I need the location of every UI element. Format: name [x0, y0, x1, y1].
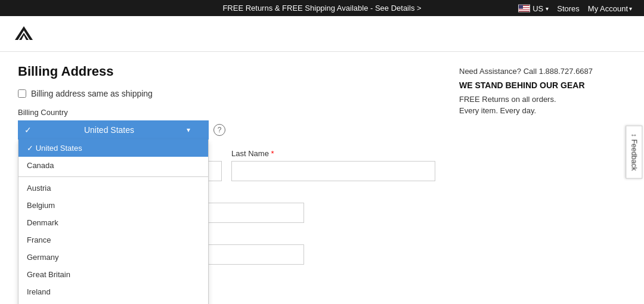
dropdown-item-france[interactable]: France	[18, 231, 208, 249]
region-label: US	[532, 4, 543, 13]
right-column: Need Assistance? Call 1.888.727.6687 WE …	[459, 64, 626, 304]
feedback-tab[interactable]: ↕ Feedback	[626, 126, 643, 179]
same-as-shipping-checkbox[interactable]	[18, 89, 26, 98]
dropdown-item-ireland[interactable]: Ireland	[18, 283, 208, 300]
help-icon[interactable]: ?	[213, 124, 225, 136]
account-label: My Account	[588, 4, 628, 13]
dropdown-item-belgium[interactable]: Belgium	[18, 197, 208, 214]
left-column: Billing Address Billing address same as …	[18, 64, 435, 304]
stand-behind-text: WE STAND BEHIND OUR GEAR	[459, 80, 626, 90]
dropdown-item-denmark[interactable]: Denmark	[18, 214, 208, 231]
dropdown-item-great-britain[interactable]: Great Britain	[18, 266, 208, 283]
feedback-label: Feedback	[630, 139, 639, 171]
section-title: Billing Address	[18, 64, 435, 79]
account-chevron-icon: ▾	[629, 5, 632, 11]
last-name-input[interactable]	[231, 161, 435, 181]
last-name-required: *	[271, 149, 274, 158]
select-chevron-icon: ▾	[187, 126, 190, 134]
dropdown-item-germany[interactable]: Germany	[18, 249, 208, 266]
selected-country-label: United States	[84, 125, 134, 135]
logo[interactable]	[12, 23, 36, 44]
country-dropdown-list: ✓ United States Canada Austria Belgium D…	[18, 139, 209, 304]
country-dropdown-container: ✓ United States ▾ ✓ United States Canada…	[18, 120, 435, 139]
dropdown-item-italy[interactable]: Italy	[18, 300, 208, 304]
top-banner: FREE Returns & FREE Shipping Available -…	[0, 0, 644, 16]
top-bar-right: US ▾ Stores My Account ▾	[518, 4, 632, 13]
dropdown-item-us[interactable]: ✓ United States	[18, 139, 208, 157]
dropdown-divider	[18, 176, 208, 177]
every-item-text: Every item. Every day.	[459, 106, 626, 115]
last-name-group: Last Name *	[231, 149, 435, 181]
country-field-label: Billing Country	[18, 108, 435, 117]
checkmark-icon: ✓	[24, 125, 32, 135]
region-chevron-icon: ▾	[546, 5, 549, 11]
last-name-label: Last Name *	[231, 149, 435, 158]
assistance-phone: Need Assistance? Call 1.888.727.6687	[459, 67, 626, 76]
selected-check: ✓	[27, 144, 36, 153]
country-select-display[interactable]: ✓ United States ▾	[18, 120, 209, 139]
stores-link[interactable]: Stores	[557, 4, 580, 13]
country-select-wrapper: ✓ United States ▾ ✓ United States Canada…	[18, 120, 209, 139]
same-as-shipping-label[interactable]: Billing address same as shipping	[31, 89, 153, 98]
site-header	[0, 16, 644, 52]
region-selector[interactable]: US ▾	[518, 4, 549, 13]
banner-text[interactable]: FREE Returns & FREE Shipping Available -…	[222, 4, 421, 13]
main-content: Billing Address Billing address same as …	[0, 52, 644, 304]
feedback-icon: ↕	[630, 134, 639, 137]
same-as-shipping-row: Billing address same as shipping	[18, 89, 435, 98]
account-link[interactable]: My Account ▾	[588, 4, 632, 13]
dropdown-item-canada[interactable]: Canada	[18, 157, 208, 174]
flag-icon	[518, 4, 530, 12]
dropdown-item-austria[interactable]: Austria	[18, 179, 208, 197]
free-returns-text: FREE Returns on all orders.	[459, 95, 626, 104]
